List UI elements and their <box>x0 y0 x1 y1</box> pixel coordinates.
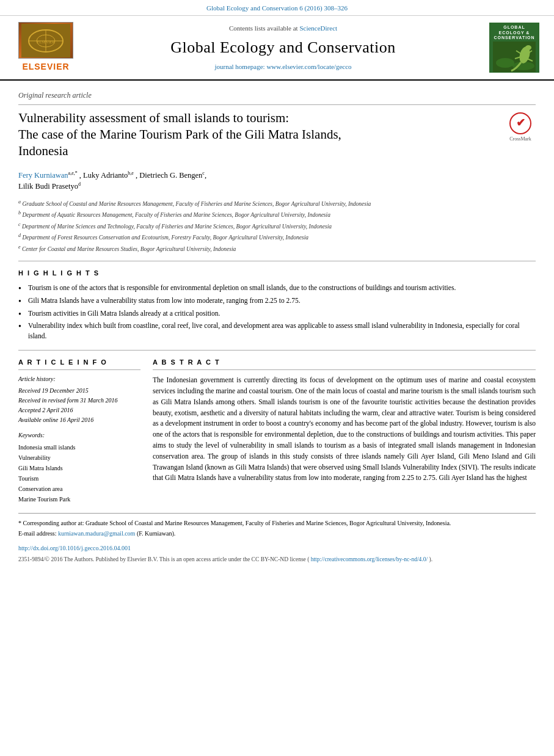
history-accepted: Accepted 2 April 2016 <box>18 405 140 415</box>
main-content: Original research article Vulnerability … <box>0 81 554 573</box>
highlight-item: Vulnerability index which built from coa… <box>18 321 536 341</box>
gecco-logo: GLOBAL ECOLOGY & CONSERVATION <box>487 22 542 73</box>
affiliation-b: b Department of Aquatic Resources Manage… <box>18 209 536 219</box>
authors-line: Fery Kurniawana,e,* , Luky Adriantob,e ,… <box>18 170 536 192</box>
affiliation-d: d Department of Forest Resources Conserv… <box>18 232 536 242</box>
highlights-section: H I G H L I G H T S Tourism is one of th… <box>18 269 536 341</box>
keywords-label: Keywords: <box>18 431 140 440</box>
crossmark-icon: ✔ <box>509 112 531 134</box>
science-direct-link[interactable]: ScienceDirect <box>299 24 337 32</box>
email-link[interactable]: kurniawan.madura@gmail.com <box>58 530 135 537</box>
keywords-block: Keywords: Indonesia small islands Vulner… <box>18 431 140 504</box>
affiliation-c: c Department of Marine Sciences and Tech… <box>18 221 536 231</box>
svg-text:ELSEVIER: ELSEVIER <box>37 40 54 44</box>
elsevier-brand-name: ELSEVIER <box>22 61 69 73</box>
history-available: Available online 16 April 2016 <box>18 415 140 425</box>
history-received: Received 19 December 2015 <box>18 386 140 396</box>
highlight-item: Gili Matra Islands have a vulnerability … <box>18 296 536 306</box>
history-revised: Received in revised form 31 March 2016 <box>18 396 140 405</box>
abstract-column: A B S T R A C T The Indonesian governmen… <box>153 358 536 504</box>
highlight-item: Tourism activities in Gili Matra Islands… <box>18 308 536 319</box>
article-history-block: Article history: Received 19 December 20… <box>18 375 140 425</box>
contents-available-line: Contents lists available at ScienceDirec… <box>229 24 337 33</box>
keyword: Gili Matra Islands <box>18 463 140 473</box>
keywords-list: Indonesia small islands Vulnerability Gi… <box>18 442 140 504</box>
copyright-line: 2351-9894/© 2016 The Authors. Published … <box>18 555 536 564</box>
corresponding-author-footnote: * Corresponding author at: Graduate Scho… <box>18 518 536 528</box>
article-title: Vulnerability assessment of small island… <box>18 110 505 160</box>
svg-point-10 <box>525 45 531 50</box>
highlight-item: Tourism is one of the actors that is res… <box>18 283 536 293</box>
gecco-gecko-image <box>493 42 536 72</box>
license-link[interactable]: http://creativecommons.org/licenses/by-n… <box>311 556 428 562</box>
crossmark-label: CrossMark <box>509 136 531 142</box>
abstract-heading: A B S T R A C T <box>153 358 536 370</box>
affiliation-e: e Center for Coastal and Marine Resource… <box>18 244 536 253</box>
doi-line[interactable]: http://dx.doi.org/10.1016/j.gecco.2016.0… <box>18 544 536 553</box>
article-info-abstract: A R T I C L E I N F O Article history: R… <box>18 358 536 504</box>
keyword: Indonesia small islands <box>18 442 140 453</box>
elsevier-logo-image: ELSEVIER <box>18 22 73 59</box>
history-label: Article history: <box>18 375 140 383</box>
divider-1 <box>18 261 536 261</box>
highlights-heading: H I G H L I G H T S <box>18 269 536 278</box>
journal-citation-bar: Global Ecology and Conservation 6 (2016)… <box>0 0 554 16</box>
keyword: Marine Tourism Park <box>18 494 140 504</box>
highlights-list: Tourism is one of the actors that is res… <box>18 283 536 341</box>
divider-2 <box>18 350 536 351</box>
journal-title-center: Contents lists available at ScienceDirec… <box>89 22 477 73</box>
crossmark-badge[interactable]: ✔ CrossMark <box>505 112 536 142</box>
keyword: Conservation area <box>18 484 140 494</box>
journal-homepage-url[interactable]: www.elsevier.com/locate/gecco <box>266 63 351 70</box>
keyword: Vulnerability <box>18 453 140 463</box>
keyword: Tourism <box>18 473 140 484</box>
email-footnote: E-mail address: kurniawan.madura@gmail.c… <box>18 529 536 538</box>
journal-homepage-line: journal homepage: www.elsevier.com/locat… <box>214 62 351 71</box>
journal-citation: Global Ecology and Conservation 6 (2016)… <box>206 4 348 12</box>
article-info-column: A R T I C L E I N F O Article history: R… <box>18 358 140 504</box>
gecco-logo-box: GLOBAL ECOLOGY & CONSERVATION <box>489 23 539 73</box>
affiliation-a: a Graduate School of Coastal and Marine … <box>18 198 536 208</box>
article-info-heading: A R T I C L E I N F O <box>18 358 140 370</box>
author1-link[interactable]: Fery Kurniawan <box>18 171 68 180</box>
abstract-text: The Indonesian government is currently d… <box>153 375 536 484</box>
affiliations-block: a Graduate School of Coastal and Marine … <box>18 198 536 253</box>
journal-header: ELSEVIER ELSEVIER Contents lists availab… <box>0 16 554 81</box>
elsevier-logo: ELSEVIER ELSEVIER <box>12 22 79 73</box>
svg-point-7 <box>496 58 514 68</box>
footer-section: * Corresponding author at: Graduate Scho… <box>18 513 536 564</box>
journal-name: Global Ecology and Conservation <box>170 37 396 59</box>
article-type-label: Original research article <box>18 90 536 105</box>
article-title-section: Vulnerability assessment of small island… <box>18 110 536 160</box>
